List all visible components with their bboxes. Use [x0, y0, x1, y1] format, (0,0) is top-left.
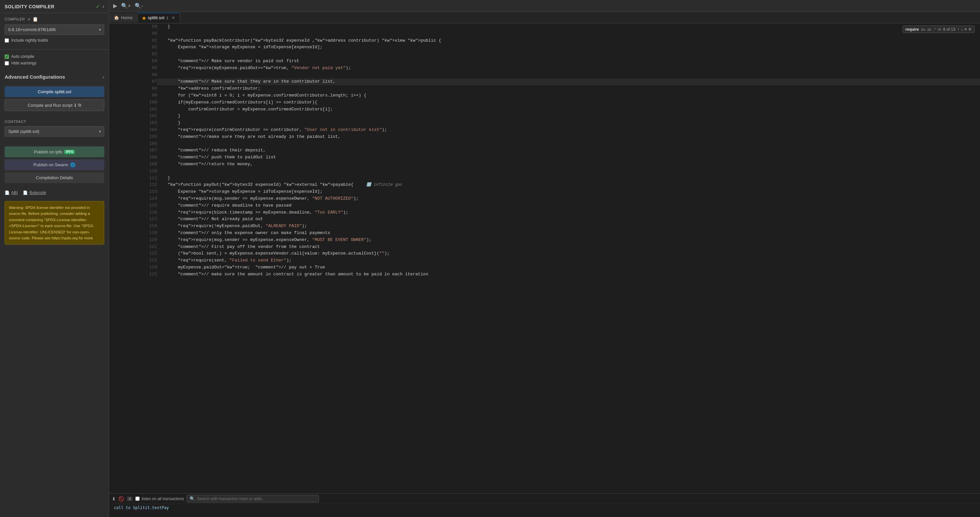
sidebar-title: SOLIDITY COMPILER — [5, 4, 54, 9]
line-content — [157, 168, 980, 175]
listen-label: listen on all transactions — [142, 496, 184, 501]
plus-icon[interactable]: + — [27, 16, 30, 22]
contract-select-wrapper: Splitit (splitit.sol) ▾ — [5, 126, 104, 136]
table-row: 102 } — [109, 113, 980, 120]
chevron-right-icon[interactable]: › — [103, 4, 104, 10]
auto-compile-row[interactable]: Auto compile — [5, 54, 104, 59]
table-row: 97 "comment">// Make sure that they are … — [109, 78, 980, 85]
line-number: 108 — [109, 154, 157, 161]
compiler-version-select[interactable]: 0.8.18+commit.87f61d96 — [5, 24, 104, 35]
tab-home[interactable]: 🏠 Home — [109, 13, 138, 22]
zoom-out-icon[interactable]: 🔍- — [133, 1, 144, 10]
line-number: 102 — [109, 113, 157, 120]
line-number: 95 — [109, 65, 157, 72]
line-number: 100 — [109, 99, 157, 106]
line-content: "req">require(sent, "Failed to send Ethe… — [157, 257, 980, 264]
table-row: 116 "req">require(block.timestamp >= myE… — [109, 209, 980, 216]
include-nightly-builds-checkbox[interactable] — [5, 38, 9, 43]
tab-modified-dot: 1 — [166, 16, 169, 20]
tab-splitit[interactable]: ◆ splitit.sol 1 ✕ — [138, 13, 180, 22]
abi-link[interactable]: 📄 ABI — [5, 190, 18, 195]
scroll-down-icon[interactable]: ⬇ — [112, 496, 116, 501]
publish-swarm-button[interactable]: Publish on Swarm 🌐 — [5, 159, 104, 170]
table-row: 105 "comment">//make sure they are not a… — [109, 133, 980, 141]
search-expand-icon[interactable]: ≡ — [964, 27, 967, 32]
table-row: 103 } — [109, 120, 980, 127]
search-term: require — [905, 27, 919, 32]
code-container[interactable]: 89 }9091 "kw">function payBackContributo… — [109, 24, 980, 493]
line-content: "req">require(msg.sender == myExpense.ex… — [157, 195, 980, 202]
line-number: 122 — [109, 250, 157, 257]
line-number: 106 — [109, 141, 157, 147]
line-content: "req">require(!myExpense.paidOut, "ALREA… — [157, 223, 980, 230]
word-option[interactable]: W — [938, 27, 941, 32]
hide-warnings-label: Hide warnings — [11, 61, 37, 65]
line-number: 92 — [109, 44, 157, 51]
info-icon: ℹ — [75, 103, 76, 108]
hide-warnings-row[interactable]: Hide warnings — [5, 61, 104, 65]
search-next-icon[interactable]: ↓ — [961, 27, 963, 32]
search-prev-icon[interactable]: ↑ — [957, 27, 959, 32]
file-icon[interactable]: 📋 — [32, 16, 38, 22]
line-number: 98 — [109, 85, 157, 92]
splitit-tab-label: splitit.sol — [148, 15, 164, 20]
zoom-in-icon[interactable]: 🔍+ — [120, 1, 132, 10]
line-number: 111 — [109, 175, 157, 182]
table-row: 100 if(myExpense.confirmedContributors[i… — [109, 99, 980, 106]
home-tab-label: Home — [121, 15, 133, 20]
auto-compile-checkbox[interactable] — [5, 54, 9, 59]
line-content: Expense "kw">storage myExpense = idToExp… — [157, 44, 980, 51]
line-number: 118 — [109, 223, 157, 230]
search-close-icon[interactable]: ✕ — [968, 27, 972, 32]
auto-compile-section: Auto compile Hide warnings — [0, 51, 109, 71]
table-row: 124 myExpense.paidOut="kw">true; "commen… — [109, 264, 980, 271]
compilation-details-button[interactable]: Compilation Details — [5, 172, 104, 183]
hide-warnings-checkbox[interactable] — [5, 61, 9, 65]
compile-run-button[interactable]: Compile and Run script ℹ ⧉ — [5, 99, 104, 111]
bottom-search[interactable]: 🔍 — [187, 495, 319, 503]
table-row: 122 ("kw">bool sent,) = myExpense.expens… — [109, 250, 980, 257]
line-number: 90 — [109, 30, 157, 37]
ban-icon[interactable]: 🚫 — [118, 496, 124, 501]
advanced-config-label: Advanced Configurations — [5, 74, 65, 80]
publish-ipfs-button[interactable]: Publish on Ipfs IPFS — [5, 146, 104, 157]
bytecode-link[interactable]: 📄 Bytecode — [23, 190, 46, 195]
line-content: "comment">// Make sure that they are in … — [157, 78, 980, 85]
table-row: 91 "kw">function payBackContributor("kw"… — [109, 37, 980, 44]
line-number: 115 — [109, 202, 157, 209]
compile-button[interactable]: Compile splitit.sol — [5, 86, 104, 97]
line-number: 105 — [109, 133, 157, 141]
tab-close-button[interactable]: ✕ — [172, 16, 175, 20]
aa-option[interactable]: Aa — [921, 27, 925, 32]
line-content: "kw">function payOut("kw">bytes32 expens… — [157, 181, 980, 189]
line-number: 107 — [109, 147, 157, 154]
listen-checkbox[interactable]: listen on all transactions — [135, 496, 184, 501]
line-number: 116 — [109, 209, 157, 216]
line-content: } — [157, 175, 980, 182]
editor-area: require Aa ab .* W 6 of 13 ↑ ↓ ≡ ✕ 89 }9… — [109, 24, 980, 493]
bottom-log: call to Splitit.testPay — [109, 504, 980, 511]
line-number: 112 — [109, 181, 157, 189]
ab-option[interactable]: ab — [928, 27, 931, 32]
table-row: 89 } — [109, 24, 980, 30]
line-content: } — [157, 113, 980, 120]
contract-select[interactable]: Splitit (splitit.sol) — [5, 126, 104, 136]
search-icon: 🔍 — [189, 496, 195, 501]
regex-option[interactable]: .* — [933, 27, 935, 32]
table-row: 125 "comment">// make sure the amount in… — [109, 271, 980, 278]
line-number: 97 — [109, 78, 157, 85]
line-number: 103 — [109, 120, 157, 127]
advanced-config-row[interactable]: Advanced Configurations › — [0, 71, 109, 83]
listen-checkbox-input[interactable] — [135, 496, 140, 501]
table-row: 121 "comment">// First pay off the vendo… — [109, 244, 980, 251]
run-icon[interactable]: ▶ — [112, 1, 118, 10]
line-content: for ("kw">uint8 i = 0; i < myExpense.con… — [157, 92, 980, 99]
include-nightly-builds-row[interactable]: Include nightly builds — [5, 38, 104, 43]
search-input[interactable] — [197, 496, 316, 501]
compiler-section: COMPILER + 📋 0.8.18+commit.87f61d96 ▾ In… — [0, 13, 109, 48]
line-content: "comment">// First pay off the vendor fr… — [157, 244, 980, 251]
table-row: 108 "comment">// push them to paidOut li… — [109, 154, 980, 161]
line-content: "req">require(msg.sender == myExpense.ex… — [157, 237, 980, 244]
publish-section: Publish on Ipfs IPFS Publish on Swarm 🌐 … — [0, 143, 109, 189]
check-icon[interactable]: ✓ — [95, 3, 100, 10]
